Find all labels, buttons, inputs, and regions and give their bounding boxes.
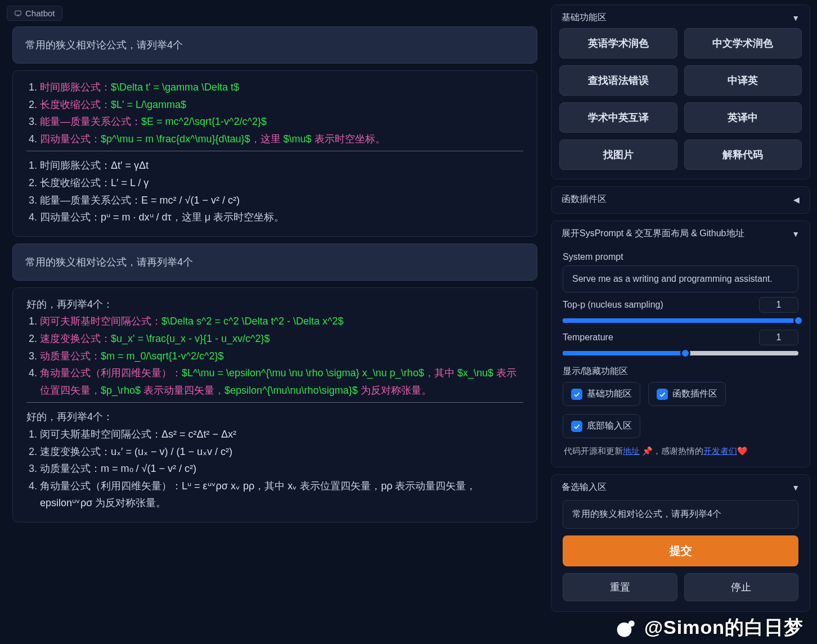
fn-button-chinese-polish[interactable]: 中文学术润色 (684, 28, 802, 58)
checkbox-bottom-input[interactable]: 底部输入区 (563, 414, 640, 438)
sysprompt-label: System prompt (563, 252, 798, 262)
temperature-slider[interactable] (563, 351, 798, 355)
topp-value[interactable]: 1 (759, 297, 798, 313)
panel-title: 展开SysPrompt & 交互界面布局 & Github地址 (562, 228, 744, 240)
panel-basic: 基础功能区 ▼ 英语学术润色 中文学术润色 查找语法错误 中译英 学术中英互译 … (551, 4, 810, 179)
developers-link[interactable]: 开发者们 (703, 446, 737, 456)
tab-chatbot[interactable]: Chatbot (7, 6, 62, 21)
chat-user-message: 常用的狭义相对论公式，请再列举4个 (12, 244, 537, 281)
temperature-value[interactable]: 1 (759, 330, 798, 345)
tab-label: Chatbot (25, 8, 55, 18)
panel-advanced: 展开SysPrompt & 交互界面布局 & Github地址 ▼ System… (551, 220, 810, 467)
fn-button-en2zh[interactable]: 英译中 (684, 102, 802, 133)
fn-button-academic-translate[interactable]: 学术中英互译 (559, 102, 677, 133)
topp-label: Top-p (nucleus sampling) (563, 300, 663, 310)
topp-slider[interactable] (563, 318, 798, 323)
check-icon (571, 389, 582, 400)
fn-button-english-polish[interactable]: 英语学术润色 (559, 28, 677, 58)
visibility-label: 显示/隐藏功能区 (563, 366, 798, 377)
checkbox-basic-panel[interactable]: 基础功能区 (563, 382, 640, 406)
check-icon (657, 389, 668, 400)
stop-button[interactable]: 停止 (684, 573, 799, 601)
chevron-down-icon[interactable]: ▼ (792, 483, 800, 492)
sysprompt-input[interactable]: Serve me as a writing and programming as… (563, 265, 798, 292)
repo-link[interactable]: 地址 (623, 446, 640, 456)
panel-plugins: 函数插件区 ◀ (551, 186, 810, 214)
fn-button-grammar-check[interactable]: 查找语法错误 (559, 65, 677, 96)
chevron-down-icon[interactable]: ▼ (792, 13, 800, 22)
panel-title: 基础功能区 (562, 12, 607, 24)
panel-alt-input: 备选输入区 ▼ 常用的狭义相对论公式，请再列举4个 提交 重置 停止 (551, 474, 810, 612)
chat-bot-message: 时间膨胀公式：$\Delta t' = \gamma \Delta t$ 长度收… (12, 70, 537, 237)
fn-button-zh2en[interactable]: 中译英 (684, 65, 802, 96)
chevron-left-icon[interactable]: ◀ (793, 195, 800, 204)
footer-links: 代码开源和更新地址 📌，感谢热情的开发者们❤️ (563, 446, 798, 457)
check-icon (571, 421, 582, 432)
checkbox-plugin-panel[interactable]: 函数插件区 (648, 382, 726, 406)
submit-button[interactable]: 提交 (563, 535, 798, 566)
chevron-down-icon[interactable]: ▼ (792, 229, 800, 238)
fn-button-find-image[interactable]: 找图片 (559, 139, 677, 170)
reset-button[interactable]: 重置 (563, 573, 677, 601)
chat-icon (14, 10, 22, 17)
chat-user-message: 常用的狭义相对论公式，请列举4个 (12, 26, 537, 64)
temperature-label: Temperature (563, 332, 613, 343)
panel-title: 函数插件区 (562, 193, 607, 205)
chat-bot-message: 好的，再列举4个： 闵可夫斯基时空间隔公式：$\Delta s^2 = c^2 … (12, 287, 537, 523)
fn-button-explain-code[interactable]: 解释代码 (684, 139, 802, 170)
alt-input-field[interactable]: 常用的狭义相对论公式，请再列举4个 (563, 500, 798, 529)
svg-rect-0 (15, 11, 21, 15)
panel-title: 备选输入区 (562, 481, 607, 493)
